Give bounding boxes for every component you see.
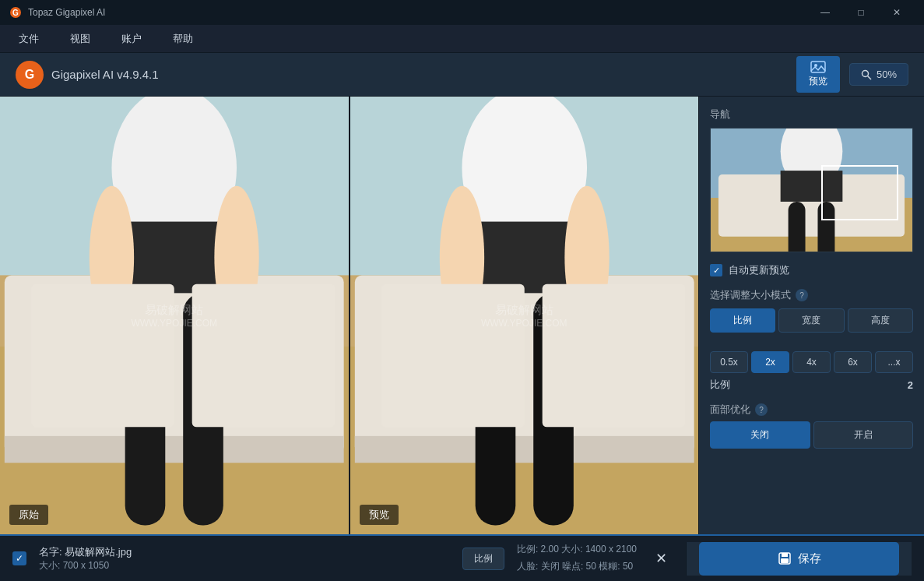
nav-section: 导航 xyxy=(710,107,913,252)
original-image: 易破解网站 WWW.YPOJIE.COM xyxy=(0,97,349,534)
app-branding: G Gigapixel AI v4.9.4.1 xyxy=(16,61,159,89)
scale-buttons: 0.5x 2x 4x 6x ...x xyxy=(710,351,913,373)
app-icon: G xyxy=(9,6,22,19)
svg-rect-18 xyxy=(192,284,336,428)
resize-mode-help-icon[interactable]: ? xyxy=(796,289,808,301)
auto-update-label: 自动更新预览 xyxy=(729,263,789,277)
scale-number: 2 xyxy=(908,379,913,391)
preview-button[interactable]: 预览 xyxy=(796,56,840,93)
mode-btn-width[interactable]: 宽度 xyxy=(778,308,844,333)
nav-thumb-image xyxy=(711,129,912,252)
output-info-line2: 人脸: 关闭 噪点: 50 模糊: 50 xyxy=(517,558,637,576)
mode-btn-scale[interactable]: 比例 xyxy=(710,308,775,333)
nav-title: 导航 xyxy=(710,107,913,121)
face-off-btn[interactable]: 关闭 xyxy=(710,421,810,449)
preview-label: 预览 xyxy=(360,505,399,525)
preview-label: 预览 xyxy=(809,75,827,88)
svg-rect-22 xyxy=(354,436,694,463)
auto-update-row: 自动更新预览 xyxy=(710,263,913,277)
image-icon xyxy=(810,61,826,73)
scale-value-row: 比例 2 xyxy=(710,378,913,392)
scale-4x[interactable]: 4x xyxy=(792,351,831,373)
nav-viewport xyxy=(821,165,898,220)
auto-update-checkbox[interactable] xyxy=(710,264,722,276)
close-file-button[interactable]: ✕ xyxy=(649,547,673,570)
toolbar-right: 预览 50% xyxy=(796,56,908,93)
scale-tag[interactable]: 比例 xyxy=(462,548,504,570)
maximize-button[interactable]: □ xyxy=(843,0,879,25)
scale-6x[interactable]: 6x xyxy=(834,351,872,373)
menu-account[interactable]: 账户 xyxy=(115,29,148,49)
svg-rect-9 xyxy=(5,436,344,463)
save-area: 保存 xyxy=(686,542,912,576)
svg-point-4 xyxy=(862,70,868,76)
file-name: 名字: 易破解网站.jpg xyxy=(39,545,450,559)
resize-mode-header: 选择调整大小模式 ? xyxy=(710,288,913,302)
app-logo: G xyxy=(16,61,44,89)
svg-text:G: G xyxy=(12,9,19,17)
zoom-button[interactable]: 50% xyxy=(849,63,908,86)
title-text: Topaz Gigapixel AI xyxy=(28,7,105,18)
resize-mode-section: 选择调整大小模式 ? 比例 宽度 高度 xyxy=(710,288,913,333)
svg-rect-17 xyxy=(31,284,174,428)
toolbar: G Gigapixel AI v4.9.4.1 预览 50% xyxy=(0,53,924,97)
face-help-icon[interactable]: ? xyxy=(755,403,768,416)
nav-thumbnail[interactable] xyxy=(710,128,913,252)
scale-label: 比例 xyxy=(710,378,730,392)
save-icon xyxy=(778,551,792,565)
output-info-line1: 比例: 2.00 大小: 1400 x 2100 xyxy=(517,541,637,558)
menu-file[interactable]: 文件 xyxy=(12,29,45,49)
face-buttons: 关闭 开启 xyxy=(710,421,913,449)
face-section-header: 面部优化 ? xyxy=(710,403,913,417)
scale-05x[interactable]: 0.5x xyxy=(710,351,748,373)
mode-btn-height[interactable]: 高度 xyxy=(848,308,913,333)
svg-rect-40 xyxy=(782,553,788,557)
menu-view[interactable]: 视图 xyxy=(64,29,97,49)
svg-rect-31 xyxy=(542,284,685,428)
main-content: 易破解网站 WWW.YPOJIE.COM 原始 xyxy=(0,97,924,534)
output-info: 比例: 2.00 大小: 1400 x 2100 人脸: 关闭 噪点: 50 模… xyxy=(517,541,637,575)
side-panel: 导航 自动更新预览 xyxy=(698,97,924,534)
scale-section: 0.5x 2x 4x 6x ...x 比例 2 xyxy=(710,343,913,392)
svg-rect-30 xyxy=(381,284,525,428)
title-bar-left: G Topaz Gigapixel AI xyxy=(9,6,105,19)
scale-custom[interactable]: ...x xyxy=(875,351,913,373)
preview-image: 易破解网站 WWW.YPOJIE.COM xyxy=(350,97,699,534)
original-label: 原始 xyxy=(9,505,48,525)
face-on-btn[interactable]: 开启 xyxy=(813,421,914,449)
bottom-bar: 名字: 易破解网站.jpg 大小: 700 x 1050 比例 比例: 2.00… xyxy=(0,534,924,581)
close-button[interactable]: ✕ xyxy=(879,0,915,25)
save-button[interactable]: 保存 xyxy=(699,542,899,576)
save-label: 保存 xyxy=(798,551,821,566)
window-controls: — □ ✕ xyxy=(807,0,915,25)
zoom-icon xyxy=(861,69,872,80)
preview-panel: 易破解网站 WWW.YPOJIE.COM 预览 xyxy=(349,97,699,534)
image-area: 易破解网站 WWW.YPOJIE.COM 原始 xyxy=(0,97,698,534)
svg-rect-37 xyxy=(789,202,806,252)
file-select-checkbox[interactable] xyxy=(12,551,26,565)
menu-help[interactable]: 帮助 xyxy=(167,29,199,49)
scale-2x[interactable]: 2x xyxy=(751,351,789,373)
svg-rect-41 xyxy=(781,558,789,563)
minimize-button[interactable]: — xyxy=(807,0,843,25)
face-section: 面部优化 ? 关闭 开启 xyxy=(710,403,913,449)
face-title: 面部优化 xyxy=(710,403,750,417)
svg-line-5 xyxy=(867,76,871,79)
resize-mode-title: 选择调整大小模式 xyxy=(710,288,791,302)
zoom-label: 50% xyxy=(877,69,897,80)
menu-bar: 文件 视图 账户 帮助 xyxy=(0,25,924,53)
file-size: 大小: 700 x 1050 xyxy=(39,559,450,572)
title-bar: G Topaz Gigapixel AI — □ ✕ xyxy=(0,0,924,25)
app-name: Gigapixel AI v4.9.4.1 xyxy=(51,68,159,81)
original-panel: 易破解网站 WWW.YPOJIE.COM 原始 xyxy=(0,97,349,534)
mode-buttons: 比例 宽度 高度 xyxy=(710,308,913,333)
file-info: 名字: 易破解网站.jpg 大小: 700 x 1050 xyxy=(39,545,450,572)
